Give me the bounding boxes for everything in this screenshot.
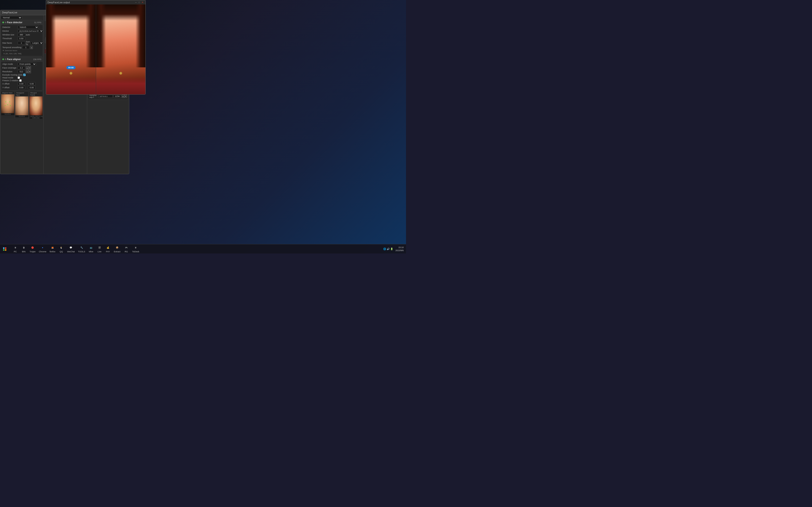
auto-label: auto	[26, 34, 30, 36]
face-aligner-title: Face aligner	[7, 58, 21, 61]
bin-icon: 🗑	[21, 245, 26, 250]
taskbar-app-wechat[interactable]: 💬 WeChat	[66, 244, 76, 253]
sort-by-select[interactable]: Largest	[31, 41, 44, 45]
mp-dn[interactable]: ▼	[124, 95, 127, 98]
aligned-face-body	[1, 94, 14, 113]
clothing-left	[46, 76, 96, 94]
pay-label: PAY	[106, 250, 110, 253]
taskbar-app-mlve[interactable]: 📺 Mlve	[87, 244, 95, 253]
qq-label: QQ	[60, 250, 63, 253]
extract-icon: 📦	[114, 245, 119, 250]
device-row: Device [0] NVIDIA GeForce RTX 409C	[2, 30, 41, 33]
face-aligner-body: Align mode From points Face coverage ▲ ▼	[1, 62, 43, 91]
y-offset-row: Y offset	[2, 86, 41, 89]
taskbar-app-chrome[interactable]: ● Chrome	[37, 244, 48, 253]
face-aligner-led2	[5, 58, 6, 60]
detector-row: Detector YoloV5	[2, 25, 41, 29]
sort-by-label: Sort by	[26, 41, 30, 45]
mp-up[interactable]: ▲	[122, 95, 124, 98]
res-up[interactable]: ▲	[26, 70, 29, 73]
align-mode-select[interactable]: From points	[18, 62, 37, 66]
temporal-smoothing-input[interactable]	[22, 46, 30, 49]
swapped-face-footer: 512x512	[15, 115, 29, 117]
max-faces-input[interactable]	[18, 41, 25, 45]
taskbar-app-extract[interactable]: 📦 Extract	[112, 244, 122, 253]
resolution-input[interactable]	[18, 70, 25, 73]
threshold-input[interactable]	[18, 37, 25, 40]
face-detector-section: Face detector 51 FPS Detector YoloV5 Dev…	[1, 20, 43, 56]
taskbar-app-qq[interactable]: 🐧 QQ	[57, 244, 65, 253]
firefox-icon: 🦊	[50, 245, 55, 250]
aligned-face-header: Aligned face	[1, 92, 14, 94]
head-mode-checkbox[interactable]	[18, 76, 20, 79]
dfl-output-body: 00:00	[46, 4, 145, 94]
bin-label: BIN	[22, 250, 26, 253]
taskbar-app-trojan[interactable]: 🔴 Trojan	[28, 244, 37, 253]
x-offset-row: X offset	[2, 82, 41, 86]
freeze-z-checkbox[interactable]	[19, 79, 21, 82]
taskbar-app-firefox[interactable]: 🦊 firefox	[48, 244, 57, 253]
merged-frame-thumb: Merged frame DATA_DST=1.mp4_001762_merge…	[29, 91, 43, 119]
head-mode-row: Head mode	[2, 76, 41, 79]
face-coverage-row: Face coverage ▲ ▼	[2, 66, 41, 69]
taskbar-right: 15:10 2023/9/6	[393, 246, 406, 252]
chrome-label: Chrome	[39, 250, 46, 253]
pay-icon: 💰	[105, 245, 110, 250]
face-half-left: 00:00	[46, 4, 96, 94]
temporal-smoothing-row: Temporal smoothing ▲	[2, 46, 41, 49]
mpegtsp-input[interactable]	[99, 95, 113, 98]
face-half-right	[96, 4, 146, 94]
normal-dropdown[interactable]: Normal	[1, 16, 22, 19]
start-button[interactable]	[0, 244, 9, 254]
freeze-z-row: Freeze Z rotation	[2, 79, 41, 82]
device-select[interactable]: [0] NVIDIA GeForce RTX 409C	[18, 30, 44, 33]
qq-icon: 🐧	[59, 245, 64, 250]
todesk-icon: 🖥	[133, 245, 138, 250]
x-offset-label: X offset	[2, 82, 17, 85]
output-minimize-btn[interactable]: ─	[135, 1, 137, 3]
mpegtsp-port[interactable]	[113, 95, 121, 98]
taskbar-app-bin[interactable]: 🗑 BIN	[20, 244, 28, 253]
max-faces-label: Max faces	[2, 42, 17, 44]
x-offset-input2[interactable]	[28, 82, 36, 86]
taskbar-app-live[interactable]: 🎬 Live	[95, 244, 103, 253]
taskbar-app-pay[interactable]: 💰 PAY	[104, 244, 112, 253]
face-aligner-section: Face aligner 236 FPS Align mode From poi…	[1, 57, 43, 91]
face-aligner-header: Face aligner 236 FPS	[1, 57, 43, 62]
resolution-row: Resolution ▲ ▼	[2, 70, 41, 73]
window-size-input[interactable]	[18, 33, 25, 36]
taskbar-app-rg[interactable]: 🎮 RG	[122, 244, 130, 253]
taskbar-app-tools[interactable]: 🔧 TOOLS	[77, 244, 87, 253]
exclude-moving-row: Exclude moving parts	[2, 74, 41, 76]
todesk-label: ToDesk	[132, 250, 139, 253]
mlve-label: Mlve	[89, 250, 93, 253]
temporal-up[interactable]: ▲	[30, 46, 33, 49]
y-offset-input[interactable]	[18, 86, 25, 89]
taskbar-app-pc[interactable]: 🖥 PC	[11, 244, 19, 253]
taskbar-app-todesk[interactable]: 🖥 ToDesk	[131, 244, 141, 253]
clock-time: 15:10	[395, 246, 404, 249]
clothing-right	[96, 76, 146, 94]
hair-side-right-r	[136, 4, 145, 67]
res-dn[interactable]: ▼	[29, 70, 31, 73]
coverage-dn[interactable]: ▼	[29, 66, 31, 69]
face-coverage-input[interactable]	[18, 66, 25, 69]
output-maximize-btn[interactable]: □	[138, 1, 140, 3]
align-mode-row: Align mode From points	[2, 62, 41, 66]
output-close-btn[interactable]: ✕	[141, 1, 144, 3]
detected-faces-value: 0: [51, 514, 126, 769]	[2, 52, 41, 55]
exclude-moving-checkbox[interactable]	[23, 74, 26, 76]
face-detector-title: Face detector	[7, 21, 22, 24]
timer-badge: 00:00	[66, 66, 75, 69]
preview-thumbnails: Aligned face 512x512 Swapped face 512x51…	[1, 91, 43, 120]
y-offset-input2[interactable]	[28, 86, 36, 89]
aligned-face-thumb: Aligned face 512x512	[1, 91, 14, 119]
window-size-row: Window size auto	[2, 33, 41, 36]
x-offset-input[interactable]	[18, 82, 25, 86]
svg-rect-2	[3, 249, 4, 251]
coverage-up[interactable]: ▲	[26, 66, 29, 69]
dfl-window-title: DeepFaceLive	[2, 11, 17, 14]
detector-select[interactable]: YoloV5	[18, 25, 39, 29]
svg-rect-0	[3, 247, 4, 249]
y-offset-label: Y offset	[2, 87, 17, 89]
